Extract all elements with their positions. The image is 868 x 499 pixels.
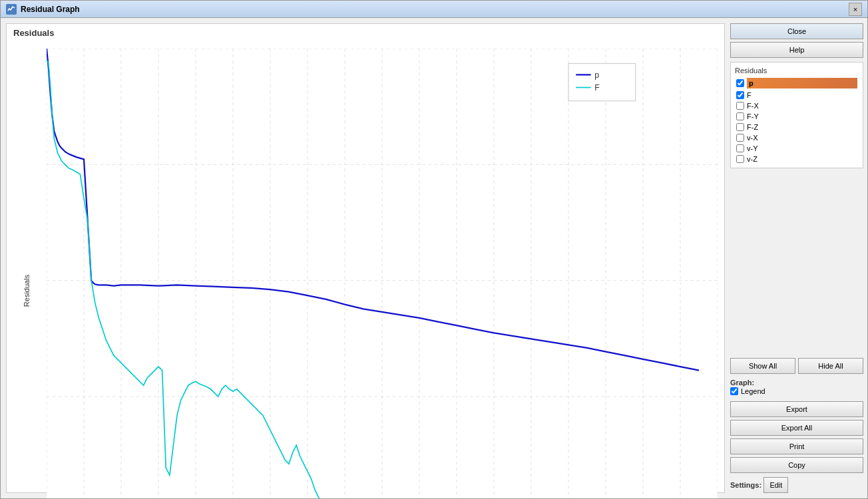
show-all-button[interactable]: Show All (730, 358, 795, 374)
residual-checkbox-vy[interactable] (736, 144, 744, 152)
export-button[interactable]: Export (730, 401, 863, 417)
main-window: Residual Graph × Residuals Residuals Ite… (0, 0, 868, 499)
residual-item-vy[interactable]: v-Y (735, 144, 859, 153)
residual-label-fz: F-Z (747, 123, 758, 131)
residual-label-vz: v-Z (747, 155, 758, 163)
legend-checkbox[interactable] (730, 387, 738, 395)
export-all-button[interactable]: Export All (730, 420, 863, 436)
window-title: Residual Graph (21, 5, 849, 14)
hide-all-button[interactable]: Hide All (798, 358, 863, 374)
residual-label-fy: F-Y (747, 112, 759, 120)
bottom-section: Show All Hide All Graph: Legend Export E… (730, 358, 863, 493)
action-buttons: Export Export All Print Copy (730, 401, 863, 473)
print-button[interactable]: Print (730, 438, 863, 454)
legend-checkbox-row: Legend (730, 387, 863, 395)
residual-label-fx: F-X (747, 102, 759, 110)
residual-checkbox-fy[interactable] (736, 112, 744, 120)
content-area: Residuals Residuals Iterations (1, 18, 867, 498)
y-axis-label: Residuals (23, 275, 31, 307)
residual-item-vx[interactable]: v-X (735, 133, 859, 142)
copy-button[interactable]: Copy (730, 457, 863, 473)
chart-title: Residuals (7, 24, 724, 42)
window-close-button[interactable]: × (849, 3, 862, 16)
chart-area: Residuals Residuals Iterations (6, 23, 725, 493)
p-selected-bar: p (747, 78, 857, 88)
title-bar: Residual Graph × (1, 1, 867, 18)
svg-text:p: p (594, 71, 599, 80)
settings-section: Settings: Edit (730, 477, 863, 493)
show-hide-row: Show All Hide All (730, 358, 863, 374)
plot-area: 1 0.1 0.01 0.001 0.0001 0 20 40 60 80 10… (47, 49, 718, 498)
residual-checkbox-f[interactable] (736, 91, 744, 99)
residual-label-f: F (747, 91, 752, 99)
legend-label: Legend (741, 387, 765, 395)
residual-item-fy[interactable]: F-Y (735, 112, 859, 121)
close-button[interactable]: Close (730, 23, 863, 39)
top-buttons: Close Help (730, 23, 863, 58)
residual-checkbox-vx[interactable] (736, 134, 744, 142)
residual-label-vy: v-Y (747, 144, 758, 152)
residual-item-fx[interactable]: F-X (735, 101, 859, 110)
residual-checkbox-fx[interactable] (736, 102, 744, 110)
residual-item-p[interactable]: p (735, 77, 859, 89)
residuals-panel: Residuals p F F-X (730, 62, 863, 168)
chart-container: Residuals Iterations (7, 42, 724, 498)
residual-checkbox-vz[interactable] (736, 155, 744, 163)
settings-label: Settings: (730, 481, 761, 489)
residual-item-f[interactable]: F (735, 90, 859, 100)
help-button[interactable]: Help (730, 42, 863, 58)
graph-section: Graph: Legend (730, 378, 863, 397)
window-icon (6, 4, 17, 15)
residual-checkbox-p[interactable] (736, 79, 744, 87)
residuals-section-title: Residuals (735, 67, 859, 75)
edit-button[interactable]: Edit (763, 477, 788, 493)
right-panel: Close Help Residuals p F (728, 18, 867, 498)
graph-section-label: Graph: (730, 379, 754, 387)
svg-rect-48 (568, 63, 636, 100)
residual-item-vz[interactable]: v-Z (735, 154, 859, 164)
residual-item-fz[interactable]: F-Z (735, 122, 859, 132)
residuals-list: p F F-X F-Y (735, 77, 859, 164)
chart-svg: 1 0.1 0.01 0.001 0.0001 0 20 40 60 80 10… (47, 49, 718, 498)
residual-label-vx: v-X (747, 134, 758, 142)
svg-text:F: F (594, 83, 600, 92)
residual-checkbox-fz[interactable] (736, 123, 744, 131)
